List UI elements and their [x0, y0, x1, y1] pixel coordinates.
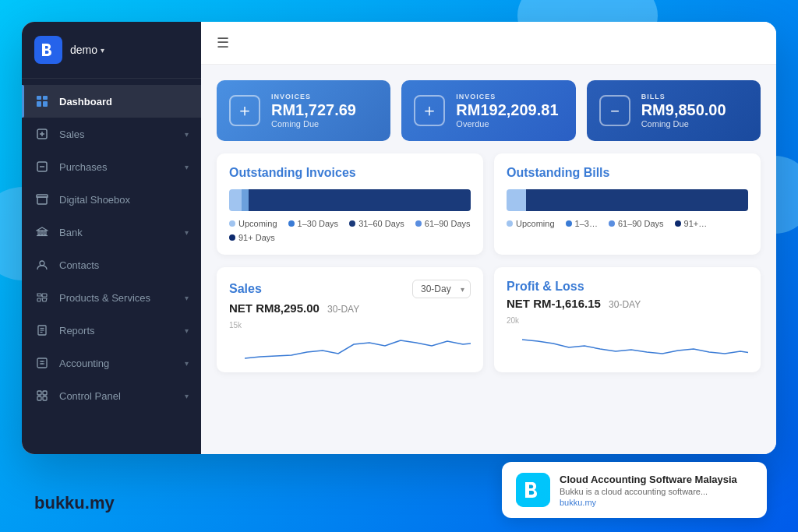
profit-loss-mini-chart: 20k — [507, 316, 748, 355]
invoices-overdue-type: INVOICES — [456, 93, 558, 100]
sidebar-item-control-panel-label: Control Panel — [59, 390, 185, 402]
bukku-logo-icon — [34, 36, 62, 64]
bills-bar-main — [526, 189, 748, 211]
footer-text-block: Cloud Accounting Software Malaysia Bukku… — [560, 474, 737, 507]
svg-rect-26 — [37, 391, 41, 395]
sidebar-item-control-panel[interactable]: Control Panel ▾ — [22, 379, 201, 412]
sidebar-nav: Dashboard Sales ▾ Purchases ▾ — [22, 79, 201, 454]
charts-row: Outstanding Invoices Upcoming 1 — [217, 153, 761, 255]
svg-rect-3 — [37, 101, 41, 107]
footer-bukku-logo — [516, 473, 550, 507]
bills-due-content: BILLS RM9,850.00 Coming Due — [641, 93, 726, 129]
sidebar-header: demo ▾ — [22, 22, 201, 79]
sales-chart-header: Sales 30-Day 7-Day 90-Day — [229, 280, 471, 298]
sales-chart-card: Sales 30-Day 7-Day 90-Day NET RM8,295.00… — [217, 267, 483, 372]
svg-rect-27 — [43, 391, 47, 395]
summary-card-bills-due[interactable]: － BILLS RM9,850.00 Coming Due — [587, 80, 761, 141]
footer-title: Cloud Accounting Software Malaysia — [560, 474, 737, 485]
svg-rect-12 — [44, 231, 46, 235]
sidebar-item-reports-label: Reports — [59, 325, 185, 336]
outstanding-bills-bar — [507, 189, 748, 211]
contacts-icon — [34, 257, 50, 273]
legend-31-60: 31–60 Days — [349, 219, 404, 228]
invoices-due-icon: ＋ — [229, 95, 260, 126]
sidebar-item-accounting-label: Accounting — [59, 358, 185, 369]
profit-loss-header: Profit & Loss — [507, 280, 748, 294]
svg-rect-16 — [37, 298, 41, 301]
summary-card-invoices-overdue[interactable]: ＋ INVOICES RM192,209.81 Overdue — [401, 80, 575, 141]
sidebar-item-products-services[interactable]: Products & Services ▾ — [22, 281, 201, 314]
sales-chart-title: Sales — [229, 282, 262, 296]
svg-rect-2 — [43, 96, 48, 100]
sidebar-item-bank[interactable]: Bank ▾ — [22, 216, 201, 248]
sidebar-item-contacts[interactable]: Contacts — [22, 248, 201, 281]
sidebar-item-accounting[interactable]: Accounting ▾ — [22, 347, 201, 379]
profit-loss-title: Profit & Loss — [507, 280, 584, 294]
bills-due-amount: RM9,850.00 — [641, 100, 726, 119]
svg-rect-4 — [43, 101, 48, 107]
hamburger-menu-icon[interactable]: ☰ — [217, 34, 229, 51]
summary-cards-row: ＋ INVOICES RM1,727.69 Coming Due ＋ INVOI… — [217, 80, 761, 141]
sales-chevron-icon: ▾ — [185, 130, 189, 139]
accounting-chevron-icon: ▾ — [185, 359, 189, 368]
svg-rect-29 — [43, 396, 47, 400]
sidebar-item-bank-label: Bank — [59, 227, 185, 238]
bank-chevron-icon: ▾ — [185, 228, 189, 237]
bottom-brand-text: bukku.my — [34, 493, 115, 513]
legend-91-plus: 91+ Days — [229, 233, 275, 242]
svg-point-14 — [40, 261, 44, 266]
sales-icon — [34, 126, 50, 142]
bar-upcoming — [229, 189, 242, 211]
profit-loss-grid-label: 20k — [507, 316, 519, 325]
bills-due-status: Coming Due — [641, 119, 726, 129]
invoices-overdue-amount: RM192,209.81 — [456, 100, 558, 119]
sidebar-item-digital-shoebox[interactable]: Digital Shoebox — [22, 183, 201, 216]
purchases-icon — [34, 159, 50, 174]
footer-card: Cloud Accounting Software Malaysia Bukku… — [502, 462, 767, 518]
sidebar-item-products-services-label: Products & Services — [59, 292, 185, 304]
svg-rect-15 — [42, 294, 47, 297]
bar-31-60 — [249, 189, 471, 211]
svg-rect-11 — [41, 231, 43, 235]
legend-1-30: 1–30 Days — [288, 219, 339, 228]
invoices-due-type: INVOICES — [271, 93, 356, 100]
period-select-wrapper: 30-Day 7-Day 90-Day — [412, 280, 471, 298]
summary-card-invoices-due[interactable]: ＋ INVOICES RM1,727.69 Coming Due — [217, 80, 390, 141]
outstanding-bills-title: Outstanding Bills — [507, 166, 748, 180]
profit-loss-sparkline — [522, 324, 748, 355]
bar-1-30 — [242, 189, 249, 211]
control-panel-chevron-icon: ▾ — [185, 392, 189, 400]
bills-due-type: BILLS — [641, 93, 726, 100]
content-area: ＋ INVOICES RM1,727.69 Coming Due ＋ INVOI… — [201, 65, 776, 454]
legend-61-90: 61–90 Days — [415, 219, 471, 228]
bills-legend-upcoming: Upcoming — [507, 219, 555, 228]
footer-description: Bukku is a cloud accounting software... — [560, 487, 737, 496]
sidebar: demo ▾ Dashboard Sales ▾ — [22, 22, 201, 454]
sales-period-select[interactable]: 30-Day 7-Day 90-Day — [412, 280, 471, 298]
invoices-overdue-content: INVOICES RM192,209.81 Overdue — [456, 93, 558, 129]
products-services-chevron-icon: ▾ — [185, 294, 189, 302]
digital-shoebox-icon — [34, 192, 50, 207]
svg-rect-1 — [37, 96, 41, 100]
sidebar-item-contacts-label: Contacts — [59, 259, 189, 271]
bills-legend-1-3: 1–3… — [566, 219, 598, 228]
footer-url: bukku.my — [560, 498, 737, 507]
sales-grid-label: 15k — [229, 321, 242, 329]
invoices-overdue-status: Overdue — [456, 119, 558, 129]
sidebar-item-sales[interactable]: Sales ▾ — [22, 118, 201, 150]
sidebar-item-reports[interactable]: Reports ▾ — [22, 314, 201, 347]
main-card: demo ▾ Dashboard Sales ▾ — [22, 22, 776, 454]
sidebar-item-digital-shoebox-label: Digital Shoebox — [59, 194, 189, 206]
bottom-row: Sales 30-Day 7-Day 90-Day NET RM8,295.00… — [217, 267, 761, 372]
bills-bar-upcoming — [507, 189, 526, 211]
invoices-due-status: Coming Due — [271, 119, 356, 129]
invoices-due-amount: RM1,727.69 — [271, 100, 356, 119]
purchases-chevron-icon: ▾ — [185, 163, 189, 171]
dashboard-icon — [34, 93, 50, 109]
sidebar-item-purchases[interactable]: Purchases ▾ — [22, 150, 201, 183]
sales-net-value: NET RM8,295.00 30-DAY — [229, 301, 471, 315]
reports-icon — [34, 322, 50, 338]
sidebar-item-dashboard[interactable]: Dashboard — [22, 85, 201, 118]
reports-chevron-icon: ▾ — [185, 326, 189, 335]
products-services-icon — [34, 290, 50, 305]
